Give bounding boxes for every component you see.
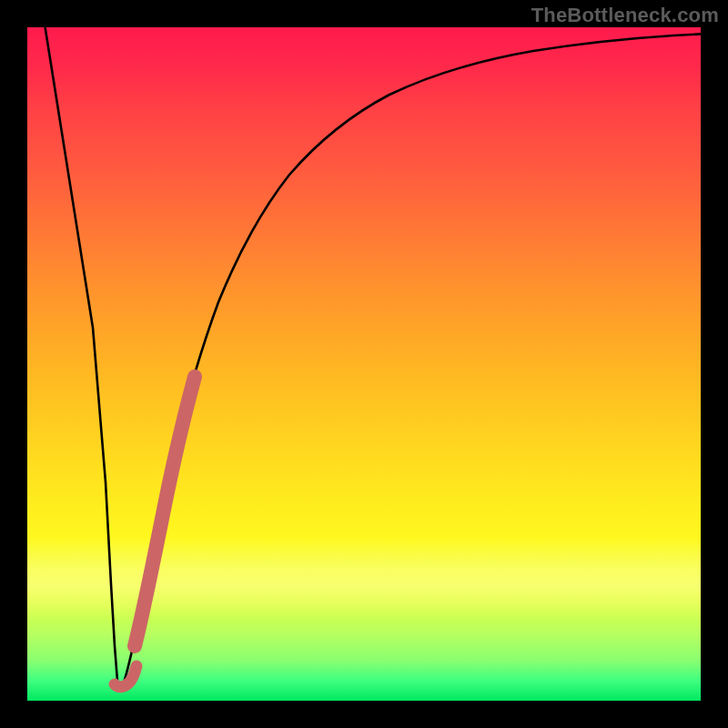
highlight-segment: [135, 377, 195, 646]
bottleneck-curve-svg: [27, 27, 701, 701]
watermark-text: TheBottleneck.com: [531, 4, 719, 27]
plot-area: [27, 27, 701, 701]
chart-frame: TheBottleneck.com: [0, 0, 728, 728]
